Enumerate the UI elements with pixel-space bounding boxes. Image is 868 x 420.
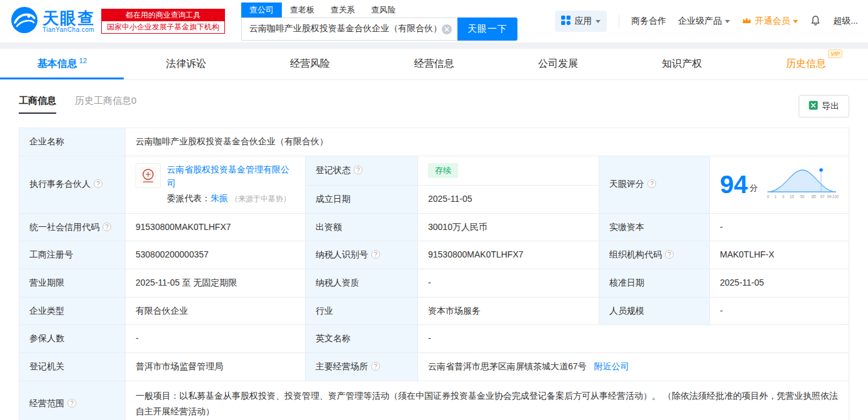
label-executive-partner: 执行事务合伙人 — [19, 156, 126, 213]
tab-company-development[interactable]: 公司发展 — [496, 49, 620, 79]
approval-text: 2025-11-05 — [720, 278, 764, 288]
label-business-scope: 经营范围 — [19, 381, 126, 420]
tab-ip-label: 知识产权 — [662, 58, 702, 71]
help-icon — [94, 179, 102, 188]
slogan-line2: 国家中小企业发展子基金旗下机构 — [102, 21, 224, 33]
tab-history-info[interactable]: 历史信息 VIP — [744, 49, 868, 79]
search-area: 查公司 查老板 查关系 查风险 天眼一下 — [241, 2, 517, 41]
value-paid-capital: - — [710, 213, 849, 241]
value-taxpayer-id: 91530800MAK0TLHFX7 — [418, 241, 599, 269]
label-tianyan-score: 天眼评分 — [599, 156, 710, 213]
subtab-business-info[interactable]: 工商信息 — [19, 95, 56, 114]
type-label-text: 企业类型 — [29, 306, 64, 316]
value-company-name: 云南咖啡产业股权投资基金合伙企业（有限合伙） — [126, 128, 849, 156]
established-label-text: 成立日期 — [316, 194, 351, 204]
authority-text: 普洱市市场监督管理局 — [136, 361, 223, 371]
axis-tick: 99 — [827, 194, 832, 199]
tab-legal-label: 法律诉讼 — [166, 58, 206, 71]
subtab-history-business-info[interactable]: 历史工商信息0 — [75, 95, 136, 107]
tax-qual-text: - — [428, 278, 431, 288]
established-text: 2025-11-05 — [428, 194, 472, 204]
tab-operating-risk[interactable]: 经营风险 — [248, 49, 372, 79]
label-business-term: 营业期限 — [19, 269, 126, 297]
value-registration-number: 530800200000357 — [126, 241, 306, 269]
vip-badge: VIP — [828, 49, 842, 58]
search-tab-relation[interactable]: 查关系 — [322, 2, 363, 18]
axis-tick: 1 — [774, 194, 777, 199]
table-row: 工商注册号 530800200000357 纳税人识别号 91530800MAK… — [19, 241, 849, 269]
value-capital: 30010万人民币 — [418, 213, 599, 241]
search-tabs: 查公司 查老板 查关系 查风险 — [241, 2, 517, 18]
value-registration-authority: 普洱市市场监督管理局 — [126, 352, 306, 381]
axis-tick: 0 — [767, 194, 769, 199]
search-input[interactable] — [242, 18, 457, 40]
label-business-address: 主要经营场所 — [306, 352, 418, 381]
tab-basic-label: 基本信息 — [37, 58, 77, 71]
value-insured-count: - — [126, 325, 306, 353]
label-paid-capital: 实缴资本 — [599, 213, 710, 241]
apps-menu[interactable]: 应用 — [555, 11, 607, 32]
tab-basic-info[interactable]: 基本信息 12 — [0, 49, 124, 79]
table-row: 经营范围 一般项目：以私募基金从事股权投资、投资管理、资产管理等活动（须在中国证… — [19, 381, 849, 420]
chevron-down-icon — [793, 20, 798, 23]
tax-id-text: 91530800MAK0TLHFX7 — [428, 249, 524, 259]
clear-search-icon[interactable] — [442, 24, 452, 37]
tab-operating-info[interactable]: 经营信息 — [372, 49, 496, 79]
tab-legal[interactable]: 法律诉讼 — [124, 49, 247, 79]
value-staff-size: - — [710, 297, 849, 325]
apps-label: 应用 — [574, 16, 592, 27]
table-row: 参保人数 - 英文名称 - — [19, 325, 849, 353]
delegate-link[interactable]: 朱振 — [211, 193, 228, 203]
divider — [619, 15, 619, 28]
authority-label-text: 登记机关 — [29, 361, 64, 371]
company-name-text: 云南咖啡产业股权投资基金合伙企业（有限合伙） — [136, 136, 328, 146]
scope-text: 一般项目：以私募基金从事股权投资、投资管理、资产管理等活动（须在中国证券投资基金… — [136, 391, 838, 416]
capital-text: 30010万人民币 — [428, 222, 487, 232]
nav-enterprise-products[interactable]: 企业级产品 — [678, 16, 730, 27]
label-industry: 行业 — [306, 297, 418, 325]
subtab-row: 工商信息 历史工商信息0 导出 — [0, 80, 868, 126]
label-staff-size: 人员规模 — [599, 297, 710, 325]
label-insured-count: 参保人数 — [19, 325, 126, 353]
nav-super-vip[interactable]: 超级... — [833, 16, 858, 27]
partner-company-logo — [136, 163, 161, 188]
value-business-term: 2025-11-05 至 无固定期限 — [126, 269, 306, 297]
search-button[interactable]: 天眼一下 — [457, 18, 517, 41]
logo[interactable]: 天眼查 TianYanCha.com — [10, 6, 95, 37]
value-approval-date: 2025-11-05 — [710, 269, 849, 297]
credit-code-text: 91530800MAK0TLHFX7 — [136, 222, 231, 232]
nav-open-membership[interactable]: 开通会员 — [742, 16, 798, 27]
english-name-text: - — [428, 333, 431, 343]
delegate-label-text: 委派代表： — [167, 193, 211, 203]
axis-tick: 85 — [811, 194, 816, 199]
help-icon — [665, 250, 674, 259]
brand-name: 天眼查 — [42, 10, 95, 26]
chevron-down-icon — [596, 20, 601, 23]
search-tab-boss[interactable]: 查老板 — [282, 2, 322, 18]
notification-bell-icon[interactable] — [810, 15, 821, 28]
nearby-companies-link[interactable]: 附近公司 — [594, 361, 629, 371]
value-org-code: MAK0TLHF-X — [710, 241, 849, 269]
export-button[interactable]: 导出 — [799, 95, 849, 118]
status-label-text: 登记状态 — [316, 165, 351, 175]
tab-development-label: 公司发展 — [538, 58, 578, 71]
apps-grid-icon — [561, 16, 571, 27]
partner-company-link[interactable]: 云南省股权投资基金管理有限公司 — [167, 164, 289, 188]
insured-label-text: 参保人数 — [29, 333, 64, 343]
excel-icon — [809, 101, 818, 112]
english-name-label-text: 英文名称 — [316, 333, 351, 343]
table-row: 营业期限 2025-11-05 至 无固定期限 纳税人资质 - 核准日期 202… — [19, 269, 849, 297]
partner-label-text: 执行事务合伙人 — [29, 179, 91, 189]
slogan-line1: 都在用的商业查询工具 — [102, 9, 224, 21]
tab-intellectual-property[interactable]: 知识产权 — [620, 49, 744, 79]
org-code-text: MAK0TLHF-X — [720, 249, 774, 259]
nav-business-cooperation[interactable]: 商务合作 — [631, 16, 666, 27]
search-tab-company[interactable]: 查公司 — [241, 2, 282, 18]
value-english-name: - — [418, 325, 849, 353]
business-info-table: 企业名称 云南咖啡产业股权投资基金合伙企业（有限合伙） 执行事务合伙人 — [19, 128, 849, 420]
tab-operation-label: 经营信息 — [414, 58, 454, 71]
search-tab-risk[interactable]: 查风险 — [363, 2, 404, 18]
table-row: 企业名称 云南咖啡产业股权投资基金合伙企业（有限合伙） — [19, 128, 849, 156]
axis-tick: 100 — [832, 194, 839, 199]
label-registration-number: 工商注册号 — [19, 241, 126, 269]
